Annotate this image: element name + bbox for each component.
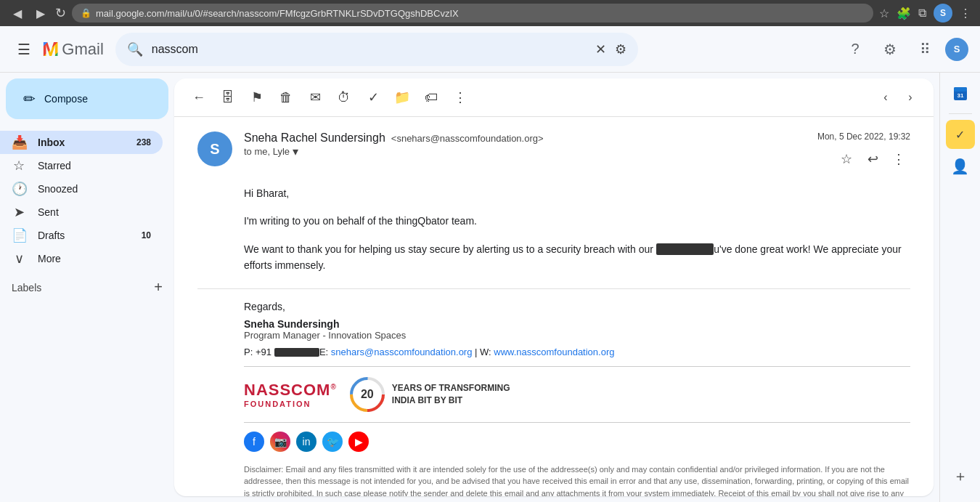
snoozed-label: Snoozed — [38, 183, 151, 195]
labels-text: Labels — [12, 282, 154, 293]
sidebar-item-starred[interactable]: ☆ Starred — [0, 154, 163, 177]
user-avatar[interactable]: S — [945, 38, 968, 61]
sig-website-link[interactable]: www.nasscomfoundation.org — [494, 347, 614, 357]
body-para2: We want to thank you for helping us stay… — [244, 241, 910, 274]
compose-button[interactable]: ✏ Compose — [6, 78, 168, 119]
email-toolbar: ← 🗄 ⚑ 🗑 ✉ ⏱ ✓ 📁 🏷 ⋮ ‹ › — [174, 78, 934, 117]
gmail-logo[interactable]: M Gmail — [42, 38, 104, 61]
gmail-m-icon: M — [42, 38, 59, 61]
browser-forward[interactable]: ▶ — [32, 4, 49, 22]
gmail-container: ☰ M Gmail 🔍 ✕ ⚙ ? ⚙ ⠿ S ✏ Compose 📥 — [0, 26, 980, 502]
label-button[interactable]: 🏷 — [418, 84, 444, 110]
contacts-icon: 👤 — [951, 158, 969, 175]
sent-icon: ➤ — [12, 204, 26, 220]
starred-icon: ☆ — [12, 158, 26, 174]
prev-email-button[interactable]: ‹ — [874, 86, 897, 109]
inbox-badge: 238 — [136, 137, 151, 147]
sig-website-label: | W: — [472, 347, 494, 357]
email-header-actions: ☆ ↩ ⋮ — [835, 147, 910, 171]
youtube-icon[interactable]: ▶ — [348, 432, 369, 452]
sidebar-item-more[interactable]: ∨ More — [0, 247, 163, 270]
sig-phone-pre: P: +91 — [244, 347, 274, 357]
labels-add-button[interactable]: + — [154, 279, 163, 296]
apps-button[interactable]: ⠿ — [910, 35, 939, 64]
years-number: 20 — [361, 388, 374, 401]
sidebar-item-inbox[interactable]: 📥 Inbox 238 — [0, 131, 163, 154]
years-circle-container: 20 — [348, 376, 386, 413]
add-icon: ＋ — [953, 466, 968, 486]
linkedin-icon[interactable]: in — [296, 432, 317, 452]
hamburger-button[interactable]: ☰ — [12, 35, 36, 64]
browser-actions: ☆ 🧩 ⧉ S ⋮ — [879, 4, 971, 23]
email-more-button[interactable]: ⋮ — [887, 147, 910, 171]
gmail-body: ✏ Compose 📥 Inbox 238 ☆ Starred 🕐 Snooze… — [0, 73, 980, 502]
search-input[interactable] — [152, 43, 587, 56]
sig-email-link[interactable]: snehars@nasscomfoundation.org — [331, 347, 473, 357]
sidebar-item-sent[interactable]: ➤ Sent — [0, 201, 163, 224]
compose-icon: ✏ — [23, 90, 36, 108]
extension-btn[interactable]: 🧩 — [897, 7, 911, 20]
search-icon: 🔍 — [127, 41, 143, 57]
years-subtitle: YEARS OF TRANSFORMING INDIA BIT BY BIT — [392, 382, 510, 407]
search-clear-button[interactable]: ✕ — [595, 41, 606, 57]
move-button[interactable]: 📁 — [389, 84, 415, 110]
email-meta: Sneha Rachel Sundersingh <snehars@nassco… — [244, 131, 806, 158]
browser-profile[interactable]: S — [934, 4, 952, 23]
report-button[interactable]: ⚑ — [244, 84, 270, 110]
search-filter-button[interactable]: ⚙ — [615, 41, 626, 57]
snooze-button[interactable]: ⏱ — [331, 84, 357, 110]
sidebar-item-drafts[interactable]: 📄 Drafts 10 — [0, 224, 163, 247]
disclaimer-text: Disclaimer: Email and any files transmit… — [244, 465, 909, 496]
mark-unread-button[interactable]: ✉ — [302, 84, 328, 110]
sidebar: ✏ Compose 📥 Inbox 238 ☆ Starred 🕐 Snooze… — [0, 73, 174, 502]
sidebar-item-snoozed[interactable]: 🕐 Snoozed — [0, 177, 163, 201]
tasks-icon: ✓ — [955, 128, 965, 142]
email-timestamp: Mon, 5 Dec 2022, 19:32 — [817, 131, 910, 142]
help-button[interactable]: ? — [841, 35, 870, 64]
facebook-icon[interactable]: f — [244, 432, 264, 452]
nasscom-foundation-text: FOUNDATION — [244, 400, 337, 408]
next-email-button[interactable]: › — [899, 86, 922, 109]
header-right: ? ⚙ ⠿ S — [841, 35, 968, 64]
archive-button[interactable]: 🗄 — [215, 84, 241, 110]
reply-button[interactable]: ↩ — [861, 147, 884, 171]
twitter-icon[interactable]: 🐦 — [322, 432, 343, 452]
add-panel-button[interactable]: ＋ — [946, 461, 975, 490]
chrome-menu[interactable]: ⋮ — [960, 7, 971, 20]
window-btn[interactable]: ⧉ — [918, 7, 926, 20]
task-button[interactable]: ✓ — [360, 84, 386, 110]
settings-button[interactable]: ⚙ — [875, 35, 905, 64]
sig-regards: Regards, — [244, 301, 910, 312]
sender-name: Sneha Rachel Sundersingh — [244, 131, 385, 145]
url-text: mail.google.com/mail/u/0/#search/nasscom… — [96, 8, 459, 19]
gmail-header: ☰ M Gmail 🔍 ✕ ⚙ ? ⚙ ⠿ S — [0, 26, 980, 73]
nasscom-text-block: NASSCOM® FOUNDATION — [244, 381, 337, 408]
nasscom-brand: NASSCOM® — [244, 381, 337, 400]
instagram-icon[interactable]: 📷 — [270, 432, 290, 452]
body-greeting: Hi Bharat, — [244, 185, 910, 201]
delete-button[interactable]: 🗑 — [273, 84, 299, 110]
svg-text:31: 31 — [957, 92, 963, 99]
browser-back[interactable]: ◀ — [9, 4, 26, 22]
contacts-panel-button[interactable]: 👤 — [946, 152, 975, 181]
compose-label: Compose — [44, 93, 88, 105]
sig-email-label: E: — [319, 347, 331, 357]
back-button[interactable]: ← — [186, 84, 212, 110]
to-text: to me, Lyle — [244, 146, 290, 157]
browser-reload[interactable]: ↻ — [55, 5, 66, 21]
body-para2-pre: We want to thank you for helping us stay… — [244, 243, 656, 255]
body-para1: I'm writing to you on behalf of the thin… — [244, 213, 910, 229]
to-line: to me, Lyle ▾ — [244, 145, 806, 158]
sender-email: <snehars@nasscomfoundation.org> — [391, 133, 544, 144]
sig-name: Sneha Sundersingh — [244, 318, 910, 330]
tasks-panel-button[interactable]: ✓ — [946, 120, 975, 149]
search-bar: 🔍 ✕ ⚙ — [115, 33, 638, 66]
calendar-panel-button[interactable]: 31 — [946, 78, 975, 108]
svg-rect-5 — [954, 87, 967, 92]
toolbar-more-button[interactable]: ⋮ — [447, 84, 473, 110]
bookmark-btn[interactable]: ☆ — [879, 7, 889, 20]
to-chevron-icon[interactable]: ▾ — [293, 145, 298, 158]
inbox-icon: 📥 — [12, 134, 26, 150]
gmail-text: Gmail — [62, 40, 103, 59]
star-button[interactable]: ☆ — [835, 147, 858, 171]
